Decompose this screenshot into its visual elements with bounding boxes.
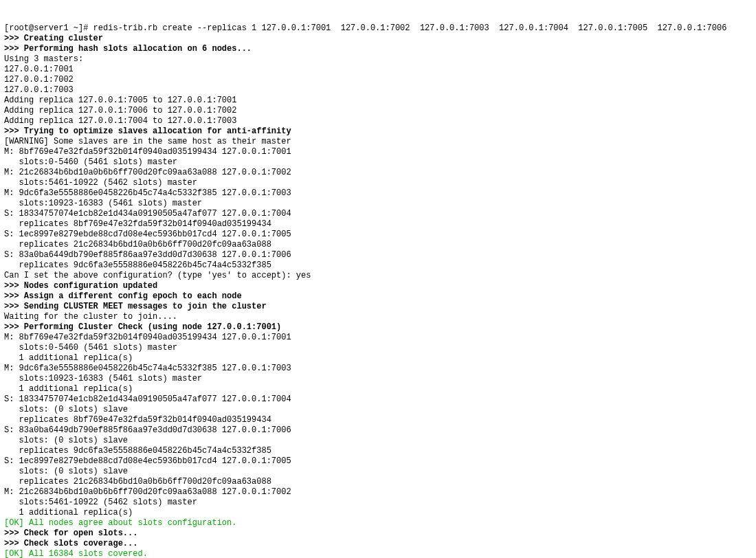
check-s2: S: 1ec8997e8279ebde88cd7d08e4ec5936bb017… bbox=[4, 456, 291, 466]
node-s3-repl: replicates 9dc6fa3e5558886e0458226b45c74… bbox=[4, 260, 271, 270]
node-s3: S: 83a0ba6449db790ef885f86aa97e3dd0d7d30… bbox=[4, 250, 291, 260]
check-m3-slots: slots:10923-16383 (5461 slots) master bbox=[4, 374, 202, 383]
check-s1-replicates: replicates 8bf769e47e32fda59f32b014f0940… bbox=[4, 415, 271, 425]
status-creating: >>> Creating cluster bbox=[4, 34, 103, 43]
node-m1: M: 8bf769e47e32fda59f32b014f0940ad035199… bbox=[4, 147, 291, 157]
check-s2-replicates: replicates 21c26834b6bd10a0b6b6ff700d20f… bbox=[4, 477, 271, 487]
status-open-slots: >>> Check for open slots... bbox=[4, 528, 137, 538]
master-1: 127.0.0.1:7001 bbox=[4, 65, 74, 74]
node-s1: S: 18334757074e1cb82e1d434a09190505a47af… bbox=[4, 209, 291, 219]
check-m2: M: 21c26834b6bd10a0b6b6ff700d20fc09aa63a… bbox=[4, 487, 291, 497]
waiting-line: Waiting for the cluster to join.... bbox=[4, 312, 177, 322]
node-s1-repl: replicates 8bf769e47e32fda59f32b014f0940… bbox=[4, 219, 271, 229]
warning-line: [WARNING] Some slaves are in the same ho… bbox=[4, 137, 291, 146]
replica-map-3: Adding replica 127.0.0.1:7004 to 127.0.0… bbox=[4, 116, 236, 126]
status-hash-slots: >>> Performing hash slots allocation on … bbox=[4, 44, 252, 54]
check-s3-slots: slots: (0 slots) slave bbox=[4, 436, 128, 445]
check-s1-slots: slots: (0 slots) slave bbox=[4, 405, 128, 414]
node-m2: M: 21c26834b6bd10a0b6b6ff700d20fc09aa63a… bbox=[4, 168, 291, 177]
check-s1: S: 18334757074e1cb82e1d434a09190505a47af… bbox=[4, 394, 291, 404]
node-s2: S: 1ec8997e8279ebde88cd7d08e4ec5936bb017… bbox=[4, 230, 291, 239]
check-m3-repl: 1 additional replica(s) bbox=[4, 384, 133, 394]
status-cluster-check: >>> Performing Cluster Check (using node… bbox=[4, 322, 281, 332]
check-m1-repl: 1 additional replica(s) bbox=[4, 353, 133, 363]
terminal-output[interactable]: [root@server1 ~]# redis-trib.rb create -… bbox=[4, 23, 752, 558]
node-m1-slots: slots:0-5460 (5461 slots) master bbox=[4, 157, 177, 167]
master-2: 127.0.0.1:7002 bbox=[4, 75, 74, 85]
status-optimize: >>> Trying to optimize slaves allocation… bbox=[4, 126, 291, 136]
ok-slots-agree: [OK] All nodes agree about slots configu… bbox=[4, 518, 236, 528]
check-m1-slots: slots:0-5460 (5461 slots) master bbox=[4, 343, 177, 353]
node-s2-repl: replicates 21c26834b6bd10a0b6b6ff700d20f… bbox=[4, 240, 271, 249]
master-3: 127.0.0.1:7003 bbox=[4, 85, 74, 95]
check-s3-replicates: replicates 9dc6fa3e5558886e0458226b45c74… bbox=[4, 446, 271, 456]
check-m1: M: 8bf769e47e32fda59f32b014f0940ad035199… bbox=[4, 333, 291, 342]
check-m2-slots: slots:5461-10922 (5462 slots) master bbox=[4, 498, 197, 507]
status-config-epoch: >>> Assign a different config epoch to e… bbox=[4, 291, 242, 301]
node-m2-slots: slots:5461-10922 (5462 slots) master bbox=[4, 178, 197, 188]
check-m3: M: 9dc6fa3e5558886e0458226b45c74a4c5332f… bbox=[4, 364, 291, 373]
masters-header: Using 3 masters: bbox=[4, 54, 83, 64]
check-m2-repl: 1 additional replica(s) bbox=[4, 508, 133, 517]
ok-slots-covered: [OK] All 16384 slots covered. bbox=[4, 549, 148, 558]
confirm-prompt: Can I set the above configuration? (type… bbox=[4, 271, 311, 280]
status-coverage: >>> Check slots coverage... bbox=[4, 539, 137, 548]
check-s2-slots: slots: (0 slots) slave bbox=[4, 467, 128, 476]
status-nodes-updated: >>> Nodes configuration updated bbox=[4, 281, 157, 291]
node-m3-slots: slots:10923-16383 (5461 slots) master bbox=[4, 199, 202, 208]
replica-map-2: Adding replica 127.0.0.1:7006 to 127.0.0… bbox=[4, 106, 236, 115]
node-m3: M: 9dc6fa3e5558886e0458226b45c74a4c5332f… bbox=[4, 188, 291, 198]
status-cluster-meet: >>> Sending CLUSTER MEET messages to joi… bbox=[4, 302, 267, 311]
check-s3: S: 83a0ba6449db790ef885f86aa97e3dd0d7d30… bbox=[4, 425, 291, 435]
command-line: [root@server1 ~]# redis-trib.rb create -… bbox=[4, 23, 726, 33]
replica-map-1: Adding replica 127.0.0.1:7005 to 127.0.0… bbox=[4, 96, 236, 105]
